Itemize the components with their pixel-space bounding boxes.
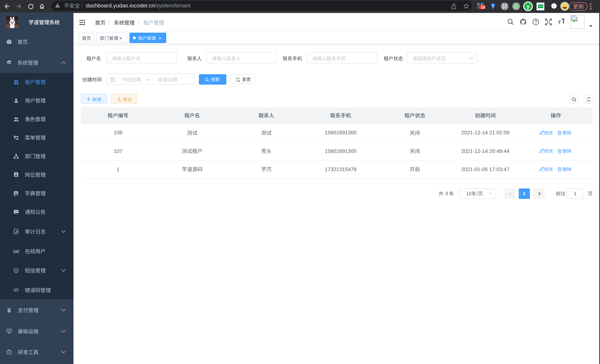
svg-text:y: y	[526, 4, 529, 9]
